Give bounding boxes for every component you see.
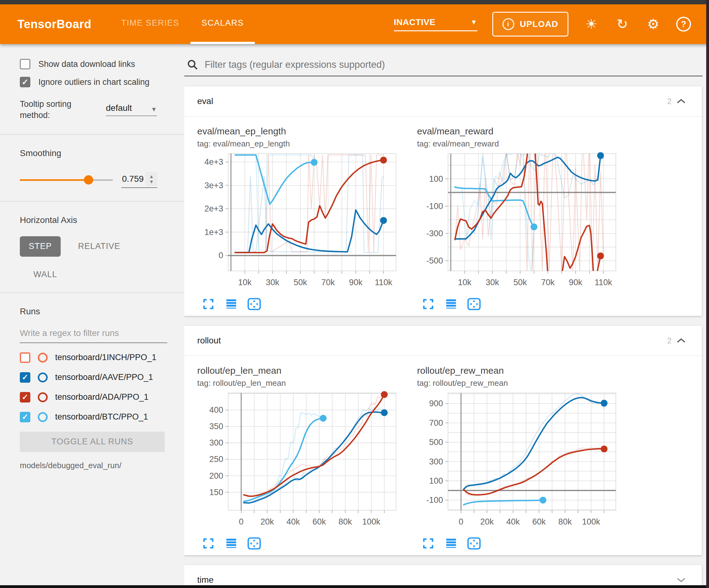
window-top-strip xyxy=(0,0,709,4)
chart-tag: tag: eval/mean_reward xyxy=(417,139,621,149)
status-dropdown[interactable]: INACTIVE ▼ xyxy=(394,17,477,31)
run-checkbox[interactable]: ✓ xyxy=(20,372,30,383)
run-row-aave[interactable]: ✓ tensorboard/AAVE/PPO_1 xyxy=(20,372,184,383)
chart-rollout-ep-len-mean: rollout/ep_len_mean tag: rollout/ep_len_… xyxy=(197,365,401,551)
horizontal-axis-buttons: STEP RELATIVE xyxy=(20,236,184,257)
runs-base-path: models/debugged_eval_run/ xyxy=(20,461,184,470)
smoothing-value: 0.759 xyxy=(121,174,146,184)
svg-text:60k: 60k xyxy=(312,517,326,527)
stepper-down-icon[interactable]: ▼ xyxy=(149,179,154,184)
runs-regex-input[interactable]: Write a regex to filter runs xyxy=(20,328,167,343)
upload-button[interactable]: i UPLOAD xyxy=(492,12,569,36)
stepper-up-icon[interactable]: ▲ xyxy=(149,174,154,179)
svg-text:-500: -500 xyxy=(426,256,443,265)
run-checkbox[interactable]: ✓ xyxy=(20,352,30,363)
settings-gear-icon[interactable]: ⚙ xyxy=(645,16,661,32)
chart-canvas[interactable]: 10k30k50k70k90k110k100-100-300-500 xyxy=(417,152,621,296)
fullscreen-icon[interactable] xyxy=(421,536,436,551)
tag-filter-input[interactable]: Filter tags (regular expressions support… xyxy=(205,59,385,70)
run-row-btc[interactable]: ✓ tensorboard/BTC/PPO_1 xyxy=(20,412,184,423)
section-header-time[interactable]: time xyxy=(184,565,702,585)
main-tabs: TIME SERIES SCALARS xyxy=(110,4,255,44)
data-table-icon[interactable] xyxy=(224,297,239,311)
fullscreen-icon[interactable] xyxy=(421,297,436,311)
toggle-all-runs-button[interactable]: TOGGLE ALL RUNS xyxy=(20,432,165,452)
refresh-icon[interactable]: ↻ xyxy=(614,16,630,32)
section-title: eval xyxy=(197,96,213,106)
svg-text:-100: -100 xyxy=(426,202,443,211)
axis-step-button[interactable]: STEP xyxy=(20,236,61,257)
section-header-eval[interactable]: eval 2 xyxy=(184,86,702,116)
chart-canvas[interactable]: 020k40k60k80k100k-100100300500700900 xyxy=(417,391,621,535)
run-row-ada[interactable]: ✓ tensorboard/ADA/PPO_1 xyxy=(20,392,184,403)
section-title: time xyxy=(197,575,214,585)
chart-grid: rollout/ep_len_mean tag: rollout/ep_len_… xyxy=(184,355,702,555)
fit-domain-icon[interactable] xyxy=(247,297,262,311)
ignore-outliers-checkbox[interactable]: ✓ xyxy=(20,77,30,87)
run-label: tensorboard/AAVE/PPO_1 xyxy=(55,373,153,382)
svg-text:300: 300 xyxy=(209,438,223,448)
chevron-up-icon[interactable] xyxy=(677,99,686,104)
slider-knob[interactable] xyxy=(84,175,93,184)
svg-text:50k: 50k xyxy=(293,278,307,287)
chart-canvas[interactable]: 020k40k60k80k100k150200250300350400 xyxy=(197,391,401,535)
svg-text:300: 300 xyxy=(429,457,443,466)
tooltip-sorting-dropdown[interactable]: default ▼ xyxy=(106,103,157,116)
dropdown-arrow-icon: ▼ xyxy=(151,106,157,113)
svg-text:10k: 10k xyxy=(458,278,472,287)
dashboard-main: Filter tags (regular expressions support… xyxy=(184,44,706,585)
runs-regex-placeholder: Write a regex to filter runs xyxy=(20,328,119,338)
chevron-up-icon[interactable] xyxy=(677,338,686,343)
dropdown-arrow-icon: ▼ xyxy=(470,18,477,26)
app-header: TensorBoard TIME SERIES SCALARS INACTIVE… xyxy=(0,4,709,44)
tab-scalars[interactable]: SCALARS xyxy=(190,4,255,44)
chevron-down-icon[interactable] xyxy=(677,577,686,583)
section-chart-count: 2 xyxy=(667,336,672,345)
fit-domain-icon[interactable] xyxy=(247,536,262,551)
chart-canvas[interactable]: 10k30k50k70k90k110k01e+32e+33e+34e+3 xyxy=(197,152,401,296)
status-dropdown-value: INACTIVE xyxy=(394,17,436,27)
check-icon: ✓ xyxy=(22,374,28,381)
show-download-links-checkbox[interactable]: ✓ xyxy=(20,59,30,69)
svg-text:80k: 80k xyxy=(558,517,572,527)
svg-text:150: 150 xyxy=(209,488,223,497)
fullscreen-icon[interactable] xyxy=(201,297,216,311)
window-right-edge[interactable] xyxy=(706,0,709,588)
chart-toolbar xyxy=(197,536,401,551)
run-checkbox[interactable]: ✓ xyxy=(20,412,30,423)
chart-tag: tag: rollout/ep_rew_mean xyxy=(417,378,621,388)
run-row-1inch[interactable]: ✓ tensorboard/1INCH/PPO_1 xyxy=(20,352,184,363)
help-icon[interactable]: ? xyxy=(676,17,691,32)
settings-sidebar: ✓ Show data download links ✓ Ignore outl… xyxy=(0,44,184,585)
brightness-icon[interactable]: ☀ xyxy=(583,16,599,32)
option-ignore-outliers[interactable]: ✓ Ignore outliers in chart scaling xyxy=(20,77,184,87)
smoothing-stepper[interactable]: ▲▼ xyxy=(146,172,157,186)
svg-text:200: 200 xyxy=(209,471,223,481)
fullscreen-icon[interactable] xyxy=(201,536,216,551)
data-table-icon[interactable] xyxy=(444,536,458,551)
axis-relative-button[interactable]: RELATIVE xyxy=(78,241,121,251)
app-title: TensorBoard xyxy=(0,4,91,44)
axis-wall-button[interactable]: WALL xyxy=(33,270,61,279)
run-checkbox[interactable]: ✓ xyxy=(20,392,30,403)
tag-filter-underline xyxy=(184,76,703,76)
run-color-ring-icon xyxy=(38,392,48,402)
data-table-icon[interactable] xyxy=(444,297,458,311)
data-table-icon[interactable] xyxy=(224,536,239,551)
section-header-rollout[interactable]: rollout 2 xyxy=(184,326,702,355)
check-icon: ✓ xyxy=(22,78,28,86)
fit-domain-icon[interactable] xyxy=(467,297,481,311)
smoothing-slider[interactable] xyxy=(20,175,113,184)
smoothing-control: 0.759 ▲▼ xyxy=(20,172,184,188)
chart-toolbar xyxy=(417,536,621,551)
section-card-eval: eval 2 eval/mean_ep_length tag: eval/mea… xyxy=(184,86,702,316)
svg-text:60k: 60k xyxy=(532,517,546,527)
smoothing-value-field[interactable]: 0.759 ▲▼ xyxy=(121,172,157,188)
run-label: tensorboard/1INCH/PPO_1 xyxy=(55,353,156,362)
fit-domain-icon[interactable] xyxy=(467,536,481,551)
tab-time-series[interactable]: TIME SERIES xyxy=(110,4,190,44)
svg-text:30k: 30k xyxy=(266,278,280,287)
option-label: Ignore outliers in chart scaling xyxy=(38,77,150,87)
option-show-download-links[interactable]: ✓ Show data download links xyxy=(20,59,184,69)
tooltip-sorting-value: default xyxy=(106,103,132,113)
